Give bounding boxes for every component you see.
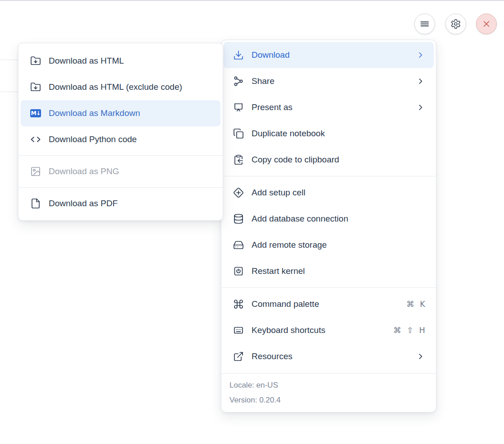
menu-item-download-html-exclude-code[interactable]: Download as HTML (exclude code) [21, 74, 220, 100]
menu-separator [221, 176, 436, 176]
file-icon [30, 198, 41, 209]
menu-item-keyboard-shortcuts[interactable]: Keyboard shortcuts ⌘ ⇧ H [224, 317, 434, 343]
menu-item-download-python-code[interactable]: Download Python code [21, 126, 220, 153]
image-icon [30, 166, 41, 177]
menu-item-label: Present as [252, 102, 408, 112]
version-text: Version: 0.20.4 [229, 393, 428, 407]
menu-item-present-as[interactable]: Present as [224, 94, 434, 120]
shortcut-hint: ⌘ K [406, 300, 425, 309]
menu-item-label: Restart kernel [252, 266, 425, 276]
chevron-right-icon [416, 51, 425, 60]
clipboard-copy-icon [233, 154, 244, 165]
menu-item-share[interactable]: Share [224, 68, 434, 94]
keyboard-icon [233, 325, 244, 336]
shortcut-hint: ⌘ ⇧ H [394, 326, 425, 335]
code-icon [30, 134, 41, 145]
page-rule [0, 60, 18, 60]
menu-item-download-markdown[interactable]: M↓ Download as Markdown [21, 100, 220, 126]
command-icon [233, 299, 244, 310]
menu-item-download-png: Download as PNG [21, 158, 220, 185]
download-icon [233, 50, 244, 60]
presentation-icon [233, 102, 244, 113]
database-icon [233, 213, 244, 224]
menu-item-download[interactable]: Download [224, 42, 434, 68]
menu-item-label: Add remote storage [252, 240, 425, 250]
folder-down-icon [30, 82, 41, 92]
menu-item-label: Add database connection [252, 214, 425, 224]
app-window: Download Share Present as Duplicate note… [0, 0, 504, 444]
menu-item-label: Download as Markdown [49, 108, 212, 118]
diamond-plus-icon [233, 187, 244, 198]
menu-item-download-pdf[interactable]: Download as PDF [21, 190, 220, 217]
notebook-menu: Download Share Present as Duplicate note… [221, 40, 436, 412]
menu-item-label: Download as PDF [49, 199, 212, 208]
menu-item-restart-kernel[interactable]: Restart kernel [224, 258, 434, 284]
menu-item-add-database-connection[interactable]: Add database connection [224, 206, 434, 232]
copy-icon [233, 128, 244, 139]
shutdown-button[interactable] [476, 14, 497, 34]
menu-separator [221, 287, 436, 288]
menu-item-label: Duplicate notebook [252, 129, 425, 139]
menu-item-label: Command palette [252, 299, 399, 309]
chevron-right-icon [416, 77, 425, 86]
menu-item-label: Copy code to clipboard [252, 155, 425, 165]
menu-item-download-html[interactable]: Download as HTML [21, 48, 220, 74]
menu-item-add-setup-cell[interactable]: Add setup cell [224, 180, 434, 206]
menu-item-label: Download as HTML (exclude code) [49, 82, 212, 92]
hamburger-icon [419, 18, 431, 30]
menu-item-label: Share [252, 76, 408, 86]
share-icon [233, 76, 244, 87]
power-square-icon [233, 266, 244, 277]
chevron-right-icon [416, 103, 425, 112]
menu-item-label: Download as HTML [49, 56, 212, 66]
menu-item-resources[interactable]: Resources [224, 343, 434, 370]
gear-icon [450, 18, 461, 29]
menu-item-label: Download Python code [49, 134, 212, 144]
menu-item-add-remote-storage[interactable]: Add remote storage [224, 232, 434, 258]
download-submenu: Download as HTML Download as HTML (exclu… [18, 43, 223, 221]
menu-item-command-palette[interactable]: Command palette ⌘ K [224, 291, 434, 317]
chevron-right-icon [416, 352, 425, 361]
notebook-actions-button[interactable] [414, 14, 435, 34]
markdown-icon: M↓ [30, 108, 41, 119]
menu-item-copy-code[interactable]: Copy code to clipboard [224, 147, 434, 173]
folder-down-icon [30, 56, 41, 66]
settings-button[interactable] [445, 14, 466, 34]
menu-item-label: Download as PNG [49, 166, 212, 176]
external-link-icon [233, 351, 244, 362]
page-rule [0, 92, 18, 92]
menu-footer: Locale: en-US Version: 0.20.4 [221, 373, 436, 412]
menu-separator [18, 187, 223, 188]
menu-item-label: Resources [252, 352, 408, 361]
menu-item-label: Download [252, 50, 408, 60]
close-icon [481, 19, 491, 29]
hard-drive-icon [233, 240, 244, 250]
menu-item-label: Add setup cell [252, 188, 425, 198]
menu-item-duplicate-notebook[interactable]: Duplicate notebook [224, 120, 434, 147]
locale-text: Locale: en-US [229, 378, 428, 393]
menu-item-label: Keyboard shortcuts [252, 325, 386, 335]
menu-separator [18, 155, 223, 156]
window-top-border [0, 0, 504, 1]
